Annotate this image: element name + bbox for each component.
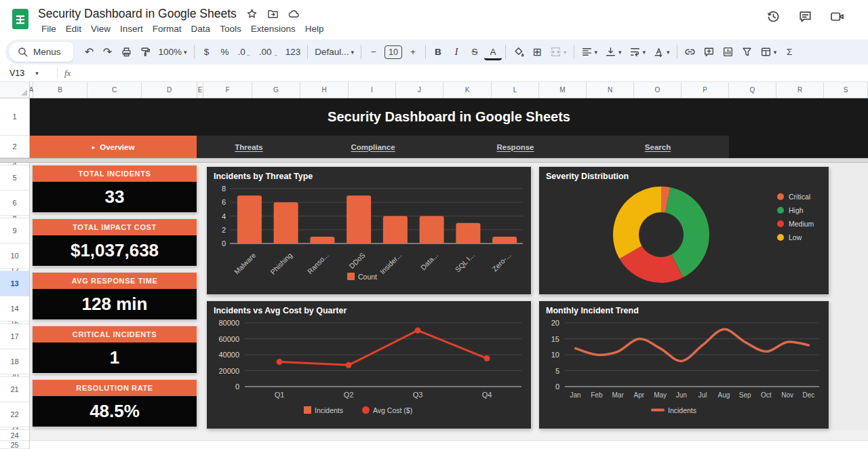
- menu-insert[interactable]: Insert: [115, 22, 148, 35]
- menu-help[interactable]: Help: [300, 22, 329, 35]
- row-header-18[interactable]: 18: [0, 349, 29, 374]
- text-wrap-button[interactable]: ▾: [626, 43, 650, 62]
- row-header-25[interactable]: 25: [0, 441, 29, 449]
- menu-extensions[interactable]: Extensions: [246, 22, 300, 35]
- kpi-card-critical-incidents[interactable]: CRITICAL INCIDENTS1: [33, 326, 197, 373]
- kpi-card-total-incidents[interactable]: TOTAL INCIDENTS33: [33, 165, 197, 212]
- row-header-17[interactable]: 17: [0, 324, 29, 349]
- column-header-K[interactable]: K: [443, 82, 492, 98]
- menu-edit[interactable]: Edit: [61, 22, 86, 35]
- row-header-10[interactable]: 10: [0, 243, 29, 269]
- table-views-button[interactable]: ▾: [757, 43, 781, 62]
- horizontal-align-button[interactable]: ▾: [578, 43, 601, 62]
- text-rotation-button[interactable]: ▾: [650, 43, 673, 62]
- more-formats-button[interactable]: 123: [282, 43, 304, 62]
- fill-color-button[interactable]: [509, 43, 528, 62]
- tab-response[interactable]: Response: [497, 136, 534, 158]
- chart-panel-incidents-vs-avg-cost-by-quarter[interactable]: Incidents vs Avg Cost by Quarter02000040…: [207, 301, 531, 429]
- functions-button[interactable]: Σ: [781, 43, 798, 62]
- decrease-font-size-button[interactable]: −: [365, 43, 382, 62]
- merge-cells-button[interactable]: ▾: [547, 43, 570, 62]
- column-header-J[interactable]: J: [396, 82, 443, 98]
- text-color-button[interactable]: A: [484, 45, 502, 60]
- borders-button[interactable]: ⊞: [528, 43, 546, 62]
- row-header-22[interactable]: 22: [0, 402, 29, 427]
- cloud-saved-icon[interactable]: [288, 8, 300, 20]
- row-header-21[interactable]: 21: [0, 377, 29, 402]
- row-header-13[interactable]: 13: [0, 271, 29, 296]
- tab-overview[interactable]: ▸Overview: [30, 136, 197, 158]
- name-box[interactable]: V13 ▾: [0, 69, 53, 78]
- column-header-I[interactable]: I: [349, 82, 396, 98]
- insert-chart-button[interactable]: [719, 43, 737, 62]
- column-header-S[interactable]: S: [824, 82, 868, 98]
- vertical-align-button[interactable]: ▾: [601, 43, 625, 62]
- insert-comment-button[interactable]: [700, 43, 718, 62]
- redo-button[interactable]: ↷: [99, 43, 117, 62]
- video-call-icon[interactable]: [830, 9, 844, 24]
- decrease-decimals-button[interactable]: .0←: [235, 43, 255, 62]
- column-header-C[interactable]: C: [87, 82, 142, 98]
- row-header-1[interactable]: 1: [0, 98, 29, 136]
- chart-panel-monthly-incident-trend[interactable]: Monthly Incident Trend05101520JanFebMarA…: [539, 301, 829, 429]
- chart-panel-incidents-by-threat-type[interactable]: Incidents by Threat Type02468MalwarePhis…: [207, 167, 531, 294]
- row-header-6[interactable]: 6: [0, 191, 29, 216]
- column-header-M[interactable]: M: [539, 82, 587, 98]
- paint-format-button[interactable]: [136, 43, 155, 62]
- column-header-F[interactable]: F: [203, 82, 252, 98]
- create-filter-button[interactable]: [738, 43, 756, 62]
- menu-tools[interactable]: Tools: [215, 22, 246, 35]
- tab-compliance[interactable]: Compliance: [351, 136, 395, 158]
- column-header-B[interactable]: B: [33, 82, 87, 98]
- column-header-O[interactable]: O: [634, 82, 682, 98]
- font-select[interactable]: Defaul...▾: [311, 43, 357, 62]
- toolbar-search[interactable]: Menus: [9, 42, 73, 62]
- increase-decimals-button[interactable]: .00→: [256, 43, 281, 62]
- chevron-down-icon[interactable]: ▾: [35, 70, 39, 77]
- font-size-input[interactable]: 10: [384, 45, 402, 59]
- increase-font-size-button[interactable]: +: [404, 43, 422, 62]
- column-header-N[interactable]: N: [587, 82, 634, 98]
- document-title[interactable]: Security Dashboard in Google Sheets: [38, 7, 237, 21]
- menu-file[interactable]: File: [37, 22, 61, 35]
- undo-button[interactable]: ↶: [81, 43, 98, 62]
- column-header-E[interactable]: E: [197, 82, 203, 98]
- row-header-9[interactable]: 9: [0, 218, 29, 243]
- chart-panel-severity-distribution[interactable]: Severity DistributionCriticalHighMediumL…: [539, 167, 829, 294]
- strikethrough-button[interactable]: S: [466, 43, 484, 62]
- italic-button[interactable]: I: [448, 43, 465, 62]
- row-header-5[interactable]: 5: [0, 165, 29, 191]
- column-header-R[interactable]: R: [776, 82, 824, 98]
- select-all-corner[interactable]: [0, 82, 30, 98]
- zoom-select[interactable]: 100%▾: [155, 43, 191, 62]
- column-header-P[interactable]: P: [682, 82, 729, 98]
- tab-threats[interactable]: Threats: [235, 136, 263, 158]
- menu-view[interactable]: View: [86, 22, 115, 35]
- move-folder-icon[interactable]: [267, 8, 279, 20]
- column-header-Q[interactable]: Q: [729, 82, 776, 98]
- format-currency-button[interactable]: $: [198, 43, 216, 62]
- star-icon[interactable]: [246, 8, 258, 20]
- menu-data[interactable]: Data: [186, 22, 216, 35]
- frozen-row-divider[interactable]: [0, 158, 868, 163]
- column-header-D[interactable]: D: [142, 82, 197, 98]
- column-header-G[interactable]: G: [252, 82, 300, 98]
- kpi-card-total-impact-cost[interactable]: TOTAL IMPACT COST$1,037,638: [33, 219, 197, 266]
- row-header-14[interactable]: 14: [0, 296, 29, 321]
- kpi-card-resolution-rate[interactable]: RESOLUTION RATE48.5%: [33, 380, 197, 427]
- kpi-card-avg-response-time[interactable]: AVG RESPONSE TIME128 min: [33, 273, 197, 319]
- format-percent-button[interactable]: %: [216, 43, 234, 62]
- print-button[interactable]: [117, 43, 136, 62]
- sheets-logo-icon[interactable]: [11, 7, 30, 31]
- column-header-H[interactable]: H: [300, 82, 349, 98]
- insert-link-button[interactable]: [681, 43, 699, 62]
- menu-format[interactable]: Format: [148, 22, 186, 35]
- comments-icon[interactable]: [798, 9, 812, 24]
- row-header-2[interactable]: 2: [0, 136, 29, 158]
- bold-button[interactable]: B: [429, 43, 447, 62]
- version-history-icon[interactable]: [766, 9, 781, 24]
- column-header-L[interactable]: L: [492, 82, 539, 98]
- tab-search[interactable]: Search: [645, 136, 671, 158]
- grid-area: 124568910121314161718202122232425 Securi…: [0, 98, 868, 449]
- row-header-24[interactable]: 24: [0, 430, 29, 441]
